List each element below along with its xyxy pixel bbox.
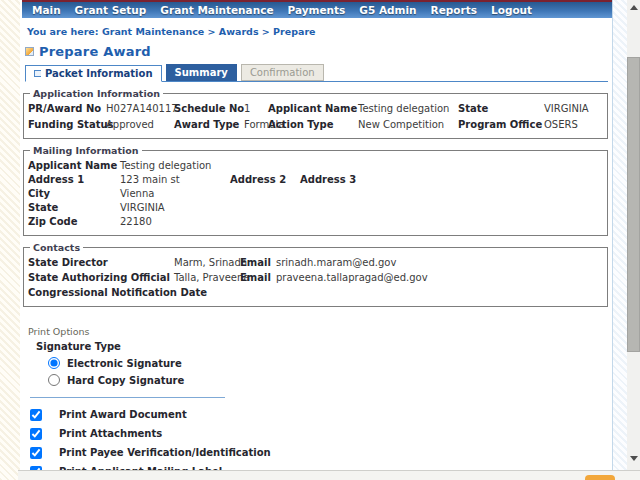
state-director-email-value: srinadh.maram@ed.gov [276,257,603,269]
print-payee-verification-label: Print Payee Verification/Identification [59,447,271,458]
signature-divider [30,397,225,398]
hard-copy-signature-radio[interactable] [48,374,60,386]
vertical-scrollbar[interactable] [627,0,640,480]
mail-applicant-name-label: Applicant Name [28,160,120,172]
schedule-no-label: Schedule No [174,103,244,115]
city-label: City [28,188,120,200]
print-award-document-checkbox[interactable] [30,409,42,421]
top-navigation-bar: Main Grant Setup Grant Maintenance Payme… [22,0,612,18]
award-type-value: Formula [244,119,268,131]
nav-item-grant-maintenance[interactable]: Grant Maintenance [160,4,273,16]
scroll-down-button[interactable] [627,452,640,465]
nav-item-grant-setup[interactable]: Grant Setup [75,4,147,16]
scroll-up-icon [630,5,638,10]
print-options-label: Print Options [28,326,608,337]
schedule-no-value: 1 [244,103,268,115]
application-information-section: Application Information PR/Award No H027… [23,88,608,139]
funding-status-value: Approved [106,119,174,131]
print-award-document-row: Print Award Document [30,408,608,421]
scroll-up-button[interactable] [627,1,640,14]
print-attachments-label: Print Attachments [59,428,162,439]
right-gutter-stripes [612,0,627,480]
tab-summary[interactable]: Summary [166,64,237,81]
congressional-notification-date-value [174,287,240,299]
nav-item-reports[interactable]: Reports [431,4,477,16]
mail-applicant-name-value: Testing delegation [120,160,603,172]
mailing-information-section: Mailing Information Applicant Name Testi… [23,145,608,236]
scrollbar-thumb[interactable] [627,57,640,352]
print-attachments-row: Print Attachments [30,427,608,440]
authorizing-official-email-label: Email [240,272,276,284]
authorizing-official-email-value: praveena.tallapragad@ed.gov [276,272,603,284]
zip-code-label: Zip Code [28,216,120,228]
breadcrumb: You are here: Grant Maintenance > Awards… [27,26,608,37]
authorizing-official-label: State Authorizing Official [28,272,174,284]
pr-award-no-label: PR/Award No [28,103,106,115]
scroll-down-icon [630,456,638,461]
address3-label: Address 3 [300,174,603,186]
address1-value: 123 main st [120,174,230,186]
print-payee-verification-row: Print Payee Verification/Identification [30,446,608,459]
print-payee-verification-checkbox[interactable] [30,447,42,459]
zip-code-value: 22180 [120,216,603,228]
pr-award-no-value: H027A140117 [106,103,174,115]
applicant-name-value: Testing delegation [358,103,458,115]
left-gutter-stripes [0,0,20,480]
tab-packet-information[interactable]: Packet Information [25,65,162,82]
signature-type-label: Signature Type [36,341,608,352]
award-type-label: Award Type [174,119,244,131]
action-type-value: New Competition [358,119,458,131]
mailing-information-legend: Mailing Information [30,145,142,156]
state-value: VIRGINIA [544,103,603,115]
application-information-legend: Application Information [30,88,163,99]
main-window: Main Grant Setup Grant Maintenance Payme… [20,0,612,470]
address1-label: Address 1 [28,174,120,186]
mail-state-value: VIRGINIA [120,202,603,214]
print-award-document-label: Print Award Document [59,409,187,420]
program-office-value: OSERS [544,119,603,131]
nav-item-payments[interactable]: Payments [288,4,346,16]
electronic-signature-option: Electronic Signature [48,357,608,369]
electronic-signature-radio[interactable] [48,357,60,369]
contacts-legend: Contacts [30,242,83,253]
program-office-label: Program Office [458,119,544,131]
authorizing-official-name: Talla, Praveena [174,272,240,284]
packet-form-icon [34,70,41,77]
hard-copy-signature-option: Hard Copy Signature [48,374,608,386]
tab-confirmation: Confirmation [241,64,324,81]
state-director-label: State Director [28,257,174,269]
bottom-status-strip [18,470,640,480]
address2-label: Address 2 [230,174,300,186]
electronic-signature-label: Electronic Signature [67,358,182,369]
nav-item-g5-admin[interactable]: G5 Admin [359,4,416,16]
state-director-email-label: Email [240,257,276,269]
page-title: Prepare Award [39,44,151,59]
nav-item-main[interactable]: Main [32,4,61,16]
action-type-label: Action Type [268,119,358,131]
city-value: Vienna [120,188,603,200]
bottom-orange-decoration [585,475,615,480]
breadcrumb-prefix: You are here: [27,26,99,37]
state-label: State [458,103,544,115]
nav-item-logout[interactable]: Logout [491,4,532,16]
state-director-name: Marm, Srinadh [174,257,240,269]
congressional-notification-date-label: Congressional Notification Date [28,287,174,299]
print-attachments-checkbox[interactable] [30,428,42,440]
breadcrumb-path[interactable]: Grant Maintenance > Awards > Prepare [102,26,316,37]
mail-state-label: State [28,202,120,214]
hard-copy-signature-label: Hard Copy Signature [67,375,184,386]
prepare-award-icon [25,47,34,56]
applicant-name-label: Applicant Name [268,103,358,115]
contacts-section: Contacts State Director Marm, Srinadh Em… [23,242,608,307]
tab-bar: Packet Information Summary Confirmation [25,64,608,82]
tab-packet-information-label: Packet Information [45,68,153,79]
funding-status-label: Funding Status [28,119,106,131]
